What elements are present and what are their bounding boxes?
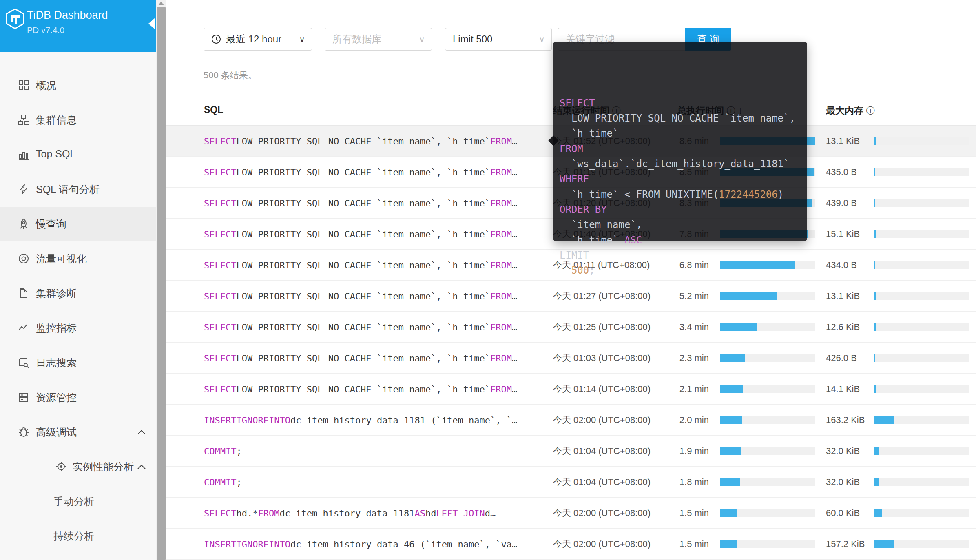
sidebar-nav: 概况集群信息Top SQLSQL 语句分析慢查询流量可视化集群诊断监控指标日志搜… xyxy=(0,52,156,560)
exec-time-cell: 3.4 min xyxy=(660,312,709,343)
table-row[interactable]: SELECT LOW_PRIORITY SQL_NO_CACHE `item_n… xyxy=(166,343,976,374)
end-time-cell: 今天 01:04 (UTC+08:00) xyxy=(553,467,651,498)
exec-time-cell: 2.3 min xyxy=(660,343,709,374)
memory-bar xyxy=(874,199,969,207)
memory-cell: 435.0 B xyxy=(826,157,857,188)
memory-bar xyxy=(874,540,969,548)
sql-digest-text: COMMIT; xyxy=(204,467,242,498)
memory-cell: 12.6 KiB xyxy=(826,312,860,343)
memory-bar xyxy=(874,168,969,176)
sql-digest-text: SELECT LOW_PRIORITY SQL_NO_CACHE `item_n… xyxy=(204,343,517,374)
sql-digest-text: SELECT LOW_PRIORITY SQL_NO_CACHE `item_n… xyxy=(204,219,517,250)
scrollbar-thumb[interactable] xyxy=(157,7,166,560)
end-time-cell: 今天 02:00 (UTC+08:00) xyxy=(553,405,651,436)
memory-bar xyxy=(874,261,969,269)
time-range-value: 最近 12 hour xyxy=(226,33,281,46)
column-header-memory[interactable]: 最大内存 ⓘ xyxy=(826,104,875,117)
info-icon: ⓘ xyxy=(866,106,875,116)
memory-cell: 14.1 KiB xyxy=(826,374,860,405)
chevron-down-icon: ∨ xyxy=(539,34,551,44)
sidebar-item-日志搜索[interactable]: 日志搜索 xyxy=(0,345,156,380)
time-range-dropdown[interactable]: 最近 12 hour ∨ xyxy=(204,28,312,51)
memory-bar xyxy=(874,354,969,362)
memory-bar xyxy=(874,478,969,486)
sidebar-item-流量可视化[interactable]: 流量可视化 xyxy=(0,241,156,276)
sql-digest-text: INSERT IGNORE INTO dc_item_history_data_… xyxy=(204,529,517,560)
clock-icon xyxy=(211,34,221,44)
sidebar-item-label: 日志搜索 xyxy=(36,356,77,370)
database-placeholder: 所有数据库 xyxy=(332,33,381,46)
server-icon xyxy=(18,392,29,403)
sidebar-item-手动分析[interactable]: 手动分析 xyxy=(0,484,156,518)
column-header-sql[interactable]: SQL xyxy=(204,104,223,115)
sidebar-item-集群信息[interactable]: 集群信息 xyxy=(0,103,156,137)
chevron-up-icon xyxy=(137,465,146,473)
sql-digest-text: SELECT LOW_PRIORITY SQL_NO_CACHE `item_n… xyxy=(204,126,517,157)
chevron-up-icon xyxy=(137,430,146,438)
scrollbar-up-arrow-icon[interactable] xyxy=(158,2,164,5)
sidebar-item-label: 高级调试 xyxy=(36,425,77,439)
limit-select[interactable]: Limit 500 ∨ xyxy=(445,28,552,51)
memory-bar xyxy=(874,416,969,424)
memory-bar xyxy=(874,323,969,331)
memory-bar xyxy=(874,137,969,145)
result-count: 500 条结果。 xyxy=(204,69,257,82)
end-time-cell: 今天 02:00 (UTC+08:00) xyxy=(553,529,651,560)
sidebar-item-label: 流量可视化 xyxy=(36,252,87,266)
sidebar-item-实例性能分析[interactable]: 实例性能分析 xyxy=(0,449,156,484)
sidebar-item-SQL-语句分析[interactable]: SQL 语句分析 xyxy=(0,172,156,206)
chevron-down-icon: ∨ xyxy=(419,34,432,44)
sql-digest-text: COMMIT; xyxy=(204,436,242,467)
aim-icon xyxy=(55,461,67,472)
database-select[interactable]: 所有数据库 ∨ xyxy=(325,28,432,51)
memory-cell: 60.0 KiB xyxy=(826,498,860,529)
memory-cell: 157.2 KiB xyxy=(826,529,865,560)
bolt-icon xyxy=(18,184,29,195)
sql-digest-text: SELECT LOW_PRIORITY SQL_NO_CACHE `item_n… xyxy=(204,250,517,281)
sidebar-item-label: 资源管控 xyxy=(36,391,77,404)
limit-value: Limit 500 xyxy=(453,33,492,45)
memory-cell: 15.1 KiB xyxy=(826,219,860,250)
exec-time-cell: 2.0 min xyxy=(660,405,709,436)
sql-digest-text: SELECT LOW_PRIORITY SQL_NO_CACHE `item_n… xyxy=(204,188,517,219)
exec-time-bar xyxy=(720,447,815,455)
table-row[interactable]: SELECT LOW_PRIORITY SQL_NO_CACHE `item_n… xyxy=(166,374,976,405)
sidebar-item-高级调试[interactable]: 高级调试 xyxy=(0,415,156,449)
exec-time-cell: 2.1 min xyxy=(660,374,709,405)
sidebar-item-label: 监控指标 xyxy=(36,321,77,335)
sidebar-item-集群诊断[interactable]: 集群诊断 xyxy=(0,276,156,310)
sidebar-item-label: 实例性能分析 xyxy=(73,460,134,474)
sidebar-item-监控指标[interactable]: 监控指标 xyxy=(0,311,156,345)
sidebar-item-label: 概况 xyxy=(36,79,56,92)
sidebar-item-概况[interactable]: 概况 xyxy=(0,68,156,102)
memory-cell: 434.0 B xyxy=(826,250,857,281)
exec-time-bar xyxy=(720,323,815,331)
sidebar-item-持续分析[interactable]: 持续分析 xyxy=(0,519,156,553)
sidebar-item-资源管控[interactable]: 资源管控 xyxy=(0,380,156,414)
memory-cell: 13.1 KiB xyxy=(826,281,860,312)
sidebar-scrollbar[interactable] xyxy=(156,0,166,560)
table-row[interactable]: INSERT IGNORE INTO dc_item_history_data_… xyxy=(166,529,976,560)
table-row[interactable]: COMMIT;今天 01:04 (UTC+08:00)1.9 min32.0 K… xyxy=(166,436,976,467)
sidebar-item-调试数据[interactable]: 调试数据 xyxy=(0,553,156,560)
sql-digest-text: SELECT LOW_PRIORITY SQL_NO_CACHE `item_n… xyxy=(204,312,517,343)
memory-cell: 32.0 KiB xyxy=(826,467,860,498)
end-time-cell: 今天 01:03 (UTC+08:00) xyxy=(553,343,651,374)
memory-cell: 32.0 KiB xyxy=(826,436,860,467)
tidb-dashboard-slow-query-page: TiDB Dashboard PD v7.4.0 概况集群信息Top SQLSQ… xyxy=(0,0,976,560)
sql-digest-text: SELECT hd.* FROM dc_item_history_data_11… xyxy=(204,498,496,529)
sidebar-collapse-icon[interactable] xyxy=(148,18,155,29)
sidebar-item-慢查询[interactable]: 慢查询 xyxy=(0,207,156,241)
memory-bar xyxy=(874,292,969,300)
sidebar-item-Top-SQL[interactable]: Top SQL xyxy=(0,137,156,172)
table-row[interactable]: COMMIT;今天 01:04 (UTC+08:00)1.8 min32.0 K… xyxy=(166,467,976,498)
table-row[interactable]: SELECT hd.* FROM dc_item_history_data_11… xyxy=(166,498,976,529)
table-row[interactable]: SELECT LOW_PRIORITY SQL_NO_CACHE `item_n… xyxy=(166,312,976,343)
table-row[interactable]: INSERT IGNORE INTO dc_item_history_data_… xyxy=(166,405,976,436)
memory-bar xyxy=(874,385,969,393)
sidebar-item-label: 慢查询 xyxy=(36,217,66,231)
grid-icon xyxy=(18,80,29,91)
memory-bar xyxy=(874,509,969,517)
file-icon xyxy=(18,288,29,299)
sql-digest-text: INSERT IGNORE INTO dc_item_history_data_… xyxy=(204,405,517,436)
